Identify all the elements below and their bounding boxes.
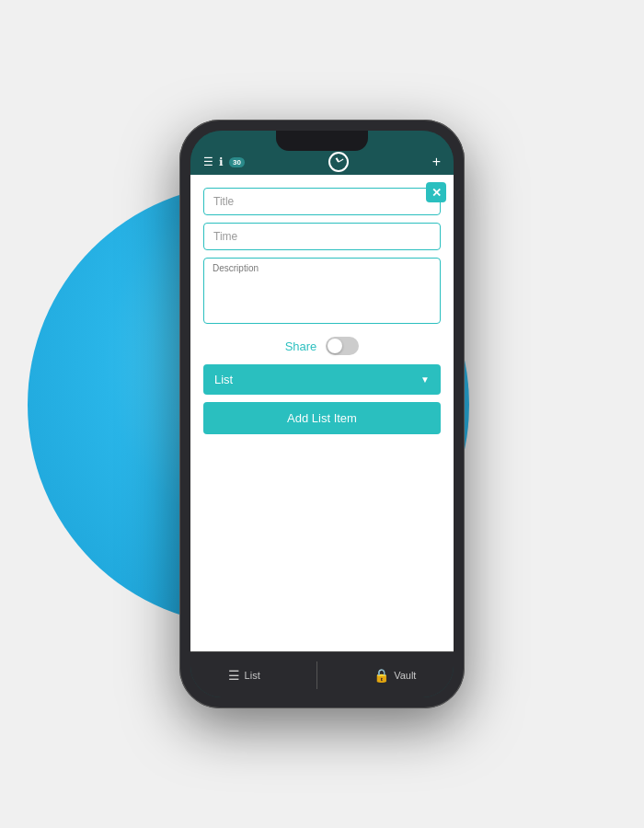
info-icon: ℹ (219, 155, 224, 168)
nav-item-vault[interactable]: 🔒 Vault (355, 662, 434, 688)
share-toggle[interactable] (326, 337, 359, 355)
phone-notch (276, 131, 368, 151)
bottom-space (190, 447, 454, 651)
screen-content: ✕ Description Share (190, 175, 454, 651)
list-nav-label: List (245, 670, 260, 681)
bottom-nav: ☰ List 🔒 Vault (190, 651, 454, 697)
phone-shell: ☰ ℹ 30 + ✕ (179, 120, 465, 708)
nav-item-list[interactable]: ☰ List (210, 662, 279, 688)
nav-divider (316, 661, 317, 689)
status-bar-left: ☰ ℹ 30 (203, 155, 245, 168)
list-dropdown[interactable]: List ▼ (203, 364, 441, 395)
toggle-knob (328, 339, 342, 353)
status-bar-center (328, 152, 349, 172)
share-row: Share (203, 337, 441, 355)
time-input[interactable] (203, 223, 441, 250)
notification-badge: 30 (229, 157, 245, 167)
clock-minute-hand (339, 159, 344, 163)
scene: ☰ ℹ 30 + ✕ (0, 0, 644, 828)
list-dropdown-label: List (214, 373, 233, 386)
hamburger-icon: ☰ (203, 155, 213, 168)
list-nav-icon: ☰ (228, 668, 240, 683)
description-label: Description (213, 263, 259, 273)
vault-nav-label: Vault (394, 670, 416, 681)
phone-screen: ☰ ℹ 30 + ✕ (190, 131, 454, 697)
description-wrapper: Description (203, 258, 441, 328)
clock-icon (328, 152, 349, 172)
add-icon[interactable]: + (432, 154, 441, 170)
close-button[interactable]: ✕ (426, 182, 446, 202)
title-input[interactable] (203, 188, 441, 215)
dropdown-arrow-icon: ▼ (420, 374, 430, 385)
vault-nav-icon: 🔒 (374, 668, 389, 683)
share-label: Share (285, 339, 317, 353)
add-list-item-button[interactable]: Add List Item (203, 402, 441, 434)
form-area: ✕ Description Share (190, 175, 454, 447)
